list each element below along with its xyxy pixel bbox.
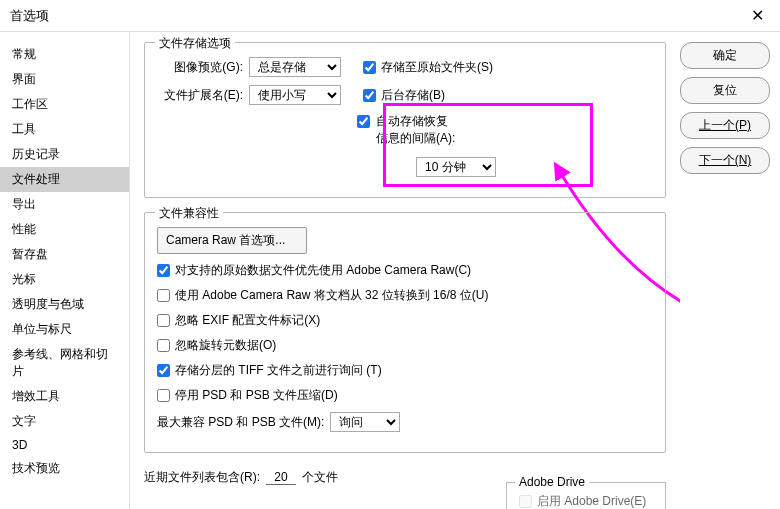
file-ext-select[interactable]: 使用小写 — [249, 85, 341, 105]
ignore-exif-checkbox[interactable] — [157, 314, 170, 327]
acr-32to16-checkbox[interactable] — [157, 289, 170, 302]
recent-files-input[interactable] — [266, 470, 296, 485]
sidebar-item-transparency[interactable]: 透明度与色域 — [0, 292, 129, 317]
sidebar-item-3d[interactable]: 3D — [0, 434, 129, 456]
prefer-camera-raw-label: 对支持的原始数据文件优先使用 Adobe Camera Raw(C) — [175, 262, 471, 279]
sidebar: 常规 界面 工作区 工具 历史记录 文件处理 导出 性能 暂存盘 光标 透明度与… — [0, 32, 130, 509]
auto-save-label-1: 自动存储恢复 — [376, 113, 496, 130]
reset-button[interactable]: 复位 — [680, 77, 770, 104]
acr-32to16-label: 使用 Adobe Camera Raw 将文档从 32 位转换到 16/8 位(… — [175, 287, 488, 304]
ignore-exif-label: 忽略 EXIF 配置文件标记(X) — [175, 312, 320, 329]
sidebar-item-tech-preview[interactable]: 技术预览 — [0, 456, 129, 481]
sidebar-item-interface[interactable]: 界面 — [0, 67, 129, 92]
image-preview-label: 图像预览(G): — [157, 59, 243, 76]
camera-raw-prefs-button[interactable]: Camera Raw 首选项... — [157, 227, 307, 254]
ok-button[interactable]: 确定 — [680, 42, 770, 69]
save-orig-folder-label: 存储至原始文件夹(S) — [381, 59, 493, 76]
compat-legend: 文件兼容性 — [155, 205, 223, 222]
sidebar-item-tools[interactable]: 工具 — [0, 117, 129, 142]
ask-tiff-checkbox[interactable] — [157, 364, 170, 377]
recent-files-label-1: 近期文件列表包含(R): — [144, 469, 260, 486]
next-button[interactable]: 下一个(N) — [680, 147, 770, 174]
auto-save-checkbox[interactable] — [357, 115, 370, 128]
image-preview-select[interactable]: 总是存储 — [249, 57, 341, 77]
sidebar-item-export[interactable]: 导出 — [0, 192, 129, 217]
disable-psd-compress-label: 停用 PSD 和 PSB 文件压缩(D) — [175, 387, 338, 404]
max-compat-select[interactable]: 询问 — [330, 412, 400, 432]
sidebar-item-plugins[interactable]: 增效工具 — [0, 384, 129, 409]
disable-psd-compress-checkbox[interactable] — [157, 389, 170, 402]
file-ext-label: 文件扩展名(E): — [157, 87, 243, 104]
adobe-drive-group: Adobe Drive 启用 Adobe Drive(E) — [506, 482, 666, 509]
ignore-rotation-label: 忽略旋转元数据(O) — [175, 337, 276, 354]
sidebar-item-history[interactable]: 历史记录 — [0, 142, 129, 167]
sidebar-item-cursor[interactable]: 光标 — [0, 267, 129, 292]
file-storage-group: 文件存储选项 图像预览(G): 总是存储 存储至原始文件夹(S) 文件扩展名(E… — [144, 42, 666, 198]
sidebar-item-scratch[interactable]: 暂存盘 — [0, 242, 129, 267]
auto-save-label-2: 信息的间隔(A): — [376, 130, 496, 147]
ignore-rotation-checkbox[interactable] — [157, 339, 170, 352]
ask-tiff-label: 存储分层的 TIFF 文件之前进行询问 (T) — [175, 362, 382, 379]
prefer-camera-raw-checkbox[interactable] — [157, 264, 170, 277]
enable-adobe-drive-checkbox — [519, 495, 532, 508]
bg-save-checkbox[interactable] — [363, 89, 376, 102]
sidebar-item-guides[interactable]: 参考线、网格和切片 — [0, 342, 129, 384]
sidebar-item-general[interactable]: 常规 — [0, 42, 129, 67]
enable-adobe-drive-label: 启用 Adobe Drive(E) — [537, 493, 646, 509]
sidebar-item-units[interactable]: 单位与标尺 — [0, 317, 129, 342]
bg-save-label: 后台存储(B) — [381, 87, 445, 104]
sidebar-item-file-handling[interactable]: 文件处理 — [0, 167, 129, 192]
sidebar-item-text[interactable]: 文字 — [0, 409, 129, 434]
recent-files-label-2: 个文件 — [302, 469, 338, 486]
file-storage-legend: 文件存储选项 — [155, 35, 235, 52]
auto-save-interval-select[interactable]: 10 分钟 — [416, 157, 496, 177]
save-orig-folder-checkbox[interactable] — [363, 61, 376, 74]
prev-button[interactable]: 上一个(P) — [680, 112, 770, 139]
adobe-drive-title: Adobe Drive — [515, 475, 589, 489]
sidebar-item-performance[interactable]: 性能 — [0, 217, 129, 242]
sidebar-item-workspace[interactable]: 工作区 — [0, 92, 129, 117]
close-icon[interactable]: ✕ — [745, 6, 770, 25]
compat-group: 文件兼容性 Camera Raw 首选项... 对支持的原始数据文件优先使用 A… — [144, 212, 666, 453]
max-compat-label: 最大兼容 PSD 和 PSB 文件(M): — [157, 414, 324, 431]
window-title: 首选项 — [10, 7, 49, 25]
